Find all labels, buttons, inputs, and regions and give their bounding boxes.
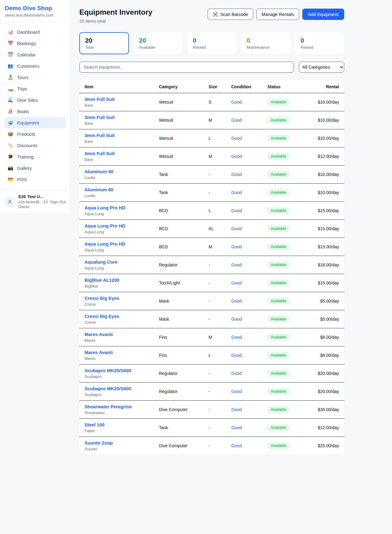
- item-size: XL: [206, 220, 229, 238]
- condition-link[interactable]: Good: [231, 262, 242, 267]
- item-size: -: [206, 166, 229, 184]
- condition-link[interactable]: Good: [231, 425, 242, 430]
- sidebar-item-products[interactable]: 📦 Products: [4, 128, 66, 139]
- category-select[interactable]: All Categories: [299, 62, 344, 73]
- item-name-link[interactable]: Aqualung Core: [85, 259, 154, 265]
- manage-rentals-button[interactable]: Manage Rentals: [256, 9, 299, 20]
- condition-link[interactable]: Good: [231, 443, 242, 448]
- item-name-link[interactable]: Aqua Lung Pro HD: [85, 205, 154, 210]
- condition-link[interactable]: Good: [231, 244, 242, 249]
- sidebar-item-dive-sites[interactable]: 🌊 Dive Sites: [4, 94, 66, 105]
- sidebar: Demo Dive Shop demo.test.divestreams.com…: [0, 0, 70, 213]
- table-row[interactable]: Cressi Big Eyes Cressi Mask - Good Avail…: [79, 310, 344, 328]
- condition-link[interactable]: Good: [231, 190, 242, 195]
- item-name-link[interactable]: Mares Avanti: [85, 350, 154, 355]
- stat-card-total[interactable]: 20 Total: [79, 32, 129, 54]
- table-row[interactable]: 3mm Full Suit Bare Wetsuit S Good Availa…: [79, 93, 344, 111]
- table-row[interactable]: Cressi Big Eyes Cressi Mask - Good Avail…: [79, 292, 344, 310]
- table-row[interactable]: Steel 100 Faber Tank - Good Available $1…: [79, 419, 344, 437]
- search-input[interactable]: [79, 62, 294, 73]
- item-name-link[interactable]: 3mm Full Suit: [85, 97, 154, 102]
- condition-link[interactable]: Good: [231, 299, 242, 303]
- table-row[interactable]: Suunto Zoop Suunto Dive Computer - Good …: [79, 437, 344, 455]
- gallery-icon: 📸: [7, 165, 13, 171]
- add-equipment-button[interactable]: Add Equipment: [302, 9, 344, 20]
- rental-price: $8.00/day: [314, 328, 344, 346]
- item-name-link[interactable]: Suunto Zoop: [85, 440, 154, 445]
- stat-value: 0: [193, 37, 231, 44]
- table-row[interactable]: Aqualung Core Aqua Lung Regulator - Good…: [79, 256, 344, 274]
- condition-link[interactable]: Good: [231, 317, 242, 322]
- table-row[interactable]: 3mm Full Suit Bare Wetsuit L Good Availa…: [79, 129, 344, 147]
- table-row[interactable]: Aqua Lung Pro HD Aqua Lung BCD XL Good A…: [79, 220, 344, 238]
- condition-link[interactable]: Good: [231, 371, 242, 376]
- condition-link[interactable]: Good: [231, 172, 242, 177]
- table-row[interactable]: Mares Avanti Mares Fins M Good Available…: [79, 328, 344, 346]
- condition-link[interactable]: Good: [231, 226, 242, 231]
- table-row[interactable]: 3mm Full Suit Bare Wetsuit M Good Availa…: [79, 111, 344, 129]
- sidebar-item-boats[interactable]: ⛵ Boats: [4, 106, 66, 117]
- sidebar-item-gallery[interactable]: 📸 Gallery: [4, 162, 66, 174]
- table-row[interactable]: Aluminum 80 Luxfer Tank - Good Available…: [79, 184, 344, 202]
- condition-link[interactable]: Good: [231, 136, 242, 141]
- table-row[interactable]: 5mm Full Suit Bare Wetsuit M Good Availa…: [79, 147, 344, 166]
- item-name-link[interactable]: Aqua Lung Pro HD: [85, 241, 154, 246]
- item-name-link[interactable]: Shearwater Peregrine: [85, 404, 154, 409]
- scan-barcode-button[interactable]: Scan Barcode: [208, 9, 253, 20]
- products-icon: 📦: [7, 131, 13, 137]
- condition-link[interactable]: Good: [231, 280, 242, 285]
- rental-price: $20.00/day: [314, 364, 344, 383]
- item-name-link[interactable]: Cressi Big Eyes: [85, 314, 154, 319]
- condition-link[interactable]: Good: [231, 353, 242, 358]
- sidebar-item-pos[interactable]: 💳 POS: [4, 174, 66, 185]
- sidebar-item-customers[interactable]: 👥 Customers: [4, 60, 66, 71]
- sidebar-item-trips[interactable]: 🚤 Trips: [4, 83, 66, 94]
- item-brand: Luxfer: [85, 193, 154, 198]
- table-row[interactable]: Scubapro MK25/S600 Scubapro Regulator - …: [79, 383, 344, 401]
- table-row[interactable]: Shearwater Peregrine Shearwater Dive Com…: [79, 401, 344, 419]
- item-name-link[interactable]: 5mm Full Suit: [85, 151, 154, 156]
- stat-card-available[interactable]: 20 Available: [133, 32, 183, 54]
- item-name-link[interactable]: 3mm Full Suit: [85, 133, 154, 138]
- condition-link[interactable]: Good: [231, 335, 242, 340]
- table-row[interactable]: Aqua Lung Pro HD Aqua Lung BCD M Good Av…: [79, 238, 344, 256]
- sidebar-item-training[interactable]: 🎓 Training: [4, 151, 66, 162]
- stat-card-rented[interactable]: 0 Rented: [187, 32, 237, 54]
- condition-link[interactable]: Good: [231, 118, 242, 123]
- sidebar-item-tours[interactable]: 🏝️ Tours: [4, 72, 66, 83]
- table-row[interactable]: Aqua Lung Pro HD Aqua Lung BCD L Good Av…: [79, 202, 344, 220]
- item-category: Tank: [156, 184, 206, 202]
- sidebar-item-discounts[interactable]: 🏷️ Discounts: [4, 140, 66, 151]
- item-name-link[interactable]: Steel 100: [85, 422, 154, 427]
- status-badge: Available: [267, 406, 290, 413]
- table-row[interactable]: Scubapro MK25/S600 Scubapro Regulator - …: [79, 364, 344, 383]
- sign-out-button[interactable]: Sign Out: [43, 200, 66, 204]
- item-name-link[interactable]: Aqua Lung Pro HD: [85, 223, 154, 228]
- item-name-link[interactable]: Mares Avanti: [85, 332, 154, 337]
- table-row[interactable]: Aluminum 80 Luxfer Tank - Good Available…: [79, 166, 344, 184]
- item-name-link[interactable]: Aluminum 80: [85, 169, 154, 174]
- rental-price: $10.00/day: [314, 93, 344, 111]
- stat-card-retired[interactable]: 0 Retired: [295, 32, 344, 54]
- item-name-link[interactable]: 3mm Full Suit: [85, 115, 154, 120]
- sidebar-item-bookings[interactable]: 📅 Bookings: [4, 38, 66, 49]
- condition-link[interactable]: Good: [231, 208, 242, 213]
- stat-card-maintenance[interactable]: 0 Maintenance: [241, 32, 290, 54]
- item-size: -: [206, 256, 229, 274]
- item-name-link[interactable]: Cressi Big Eyes: [85, 296, 154, 301]
- item-name-link[interactable]: Scubapro MK25/S600: [85, 368, 154, 373]
- item-category: Wetsuit: [156, 111, 206, 129]
- condition-link[interactable]: Good: [231, 389, 242, 394]
- item-name-link[interactable]: Scubapro MK25/S600: [85, 386, 154, 391]
- item-name-link[interactable]: BigBlue AL1200: [85, 277, 154, 283]
- item-brand: Mares: [85, 338, 154, 343]
- condition-link[interactable]: Good: [231, 407, 242, 412]
- table-row[interactable]: BigBlue AL1200 BigBlue Torch/Light - Goo…: [79, 274, 344, 292]
- item-name-link[interactable]: Aluminum 80: [85, 187, 154, 192]
- sidebar-item-equipment[interactable]: 🤿 Equipment: [4, 117, 66, 128]
- condition-link[interactable]: Good: [231, 154, 242, 159]
- table-row[interactable]: Mares Avanti Mares Fins L Good Available…: [79, 346, 344, 364]
- sidebar-item-calendar[interactable]: 🗓️ Calendar: [4, 49, 66, 60]
- sidebar-item-dashboard[interactable]: 📊 Dashboard: [4, 26, 66, 37]
- condition-link[interactable]: Good: [231, 100, 242, 105]
